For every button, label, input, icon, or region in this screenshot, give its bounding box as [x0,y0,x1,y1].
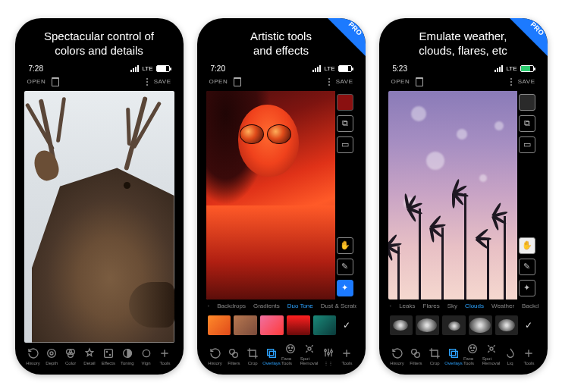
tool-face[interactable]: Face Tools [281,343,300,365]
tab-flares[interactable]: Flares [423,303,440,309]
thumb[interactable] [416,315,439,335]
tool-filters[interactable]: Filters [224,347,243,365]
delete-icon[interactable] [52,77,59,86]
tool-color[interactable]: Color [61,347,80,365]
tab-weather[interactable]: Weather [491,303,514,309]
filter-category-tabs[interactable]: ‹ Leaks Flares Sky Clouds Weather Backdr… [388,299,538,312]
swatch[interactable] [287,315,310,335]
more-icon[interactable] [328,78,330,86]
tab-backdrops[interactable]: Backdrops [217,303,246,309]
tool-history[interactable]: History [24,347,42,365]
brush-icon[interactable]: ✎ [337,259,353,275]
tool-adjust[interactable]: ⋮⋮ [319,347,338,365]
swatch[interactable] [260,315,284,335]
svg-point-4 [68,352,74,357]
svg-point-0 [50,352,53,355]
tool-liquify[interactable]: Liq [501,347,520,365]
image-canvas[interactable]: ⧉ ▭ ✋ ✎ ✦ [206,91,356,299]
layers-icon[interactable]: ⧉ [337,115,353,132]
tool-vignette[interactable]: Vign [137,347,155,365]
open-button[interactable]: OPEN [209,78,228,85]
tool-tools[interactable]: Tools [338,347,356,365]
more-icon[interactable] [510,78,512,86]
image-canvas[interactable]: ⧉ ▭ ✋ ✎ ✦ [388,91,538,299]
tool-effects[interactable]: Effects [99,347,118,365]
thumb[interactable] [390,315,413,335]
bottom-toolbar: History Depth Color Detail Effects Tonin… [24,343,174,365]
apply-icon[interactable]: ✓ [339,320,354,331]
tab-leaks[interactable]: Leaks [399,303,415,309]
image-canvas[interactable] [24,91,174,343]
svg-rect-5 [105,349,113,357]
swatch[interactable] [208,315,231,335]
photo-palms-sky [388,91,517,299]
tool-history[interactable]: History [388,347,407,365]
thumb[interactable] [469,315,492,335]
tab-duotone[interactable]: Duo Tone [287,303,313,309]
signal-icon [312,65,321,72]
svg-point-6 [106,351,107,352]
battery-icon [338,65,352,72]
tool-history[interactable]: History [206,347,224,365]
mask-icon[interactable]: ▭ [337,136,353,153]
status-bar: 5:23 LTE [388,63,538,76]
wand-icon[interactable]: ✦ [519,280,535,296]
thumb[interactable] [442,315,466,335]
tool-spot[interactable]: Spot Removal [300,343,319,365]
preset-thumbnails: ✓ [388,312,538,338]
tool-face[interactable]: Face Tools [463,343,482,365]
save-button[interactable]: SAVE [336,78,353,85]
open-button[interactable]: OPEN [27,78,46,85]
tool-crop[interactable]: Crop [243,347,262,365]
wand-icon[interactable]: ✦ [337,280,353,296]
save-button[interactable]: SAVE [518,78,535,85]
tool-toning[interactable]: Toning [118,347,137,365]
headline: Spectacular control of colors and detail… [24,29,174,58]
tab-clouds[interactable]: Clouds [465,303,484,309]
hand-icon[interactable]: ✋ [337,237,353,254]
top-bar: OPEN SAVE [24,76,174,91]
svg-point-27 [473,347,474,348]
svg-point-14 [287,344,295,353]
svg-point-15 [288,347,289,348]
tab-gradients[interactable]: Gradients [253,303,280,309]
tab-backdrops[interactable]: Backdrops [522,303,538,309]
svg-point-19 [327,353,329,355]
hand-icon[interactable]: ✋ [519,237,535,254]
delete-icon[interactable] [234,77,241,86]
layers-icon[interactable]: ⧉ [519,115,535,132]
tool-crop[interactable]: Crop [425,347,444,365]
filter-category-tabs[interactable]: ‹ Backdrops Gradients Duo Tone Dust & Sc… [206,299,356,312]
swatch[interactable] [313,315,337,335]
svg-rect-9 [143,350,149,356]
battery-icon [520,65,534,72]
time: 7:20 [211,64,225,73]
color-swatch[interactable] [337,94,353,111]
swatch[interactable] [234,315,257,335]
svg-point-25 [469,344,477,353]
tool-spot[interactable]: Spot Removal [482,343,501,365]
delete-icon[interactable] [416,77,423,86]
apply-icon[interactable]: ✓ [521,320,536,331]
open-button[interactable]: OPEN [391,78,410,85]
tool-tools[interactable]: Tools [520,347,538,365]
texture-swatch[interactable] [519,94,535,111]
photo-elk [24,91,174,343]
tool-detail[interactable]: Detail [80,347,99,365]
tool-tools[interactable]: Tools [155,347,174,365]
tab-dust[interactable]: Dust & Scratches [321,303,356,309]
tool-depth[interactable]: Depth [42,347,61,365]
photo-portrait-duotone [206,91,335,299]
tab-sky[interactable]: Sky [447,303,457,309]
tool-filters[interactable]: Filters [407,347,425,365]
svg-point-28 [490,347,493,350]
mask-icon[interactable]: ▭ [519,136,535,153]
tool-overlays[interactable]: Overlays [262,347,281,365]
brush-icon[interactable]: ✎ [519,259,535,275]
thumb[interactable] [495,315,519,335]
save-button[interactable]: SAVE [154,78,171,85]
more-icon[interactable] [146,78,148,86]
svg-point-10 [230,349,235,354]
tool-overlays[interactable]: Overlays [444,347,463,365]
svg-point-16 [291,347,292,348]
